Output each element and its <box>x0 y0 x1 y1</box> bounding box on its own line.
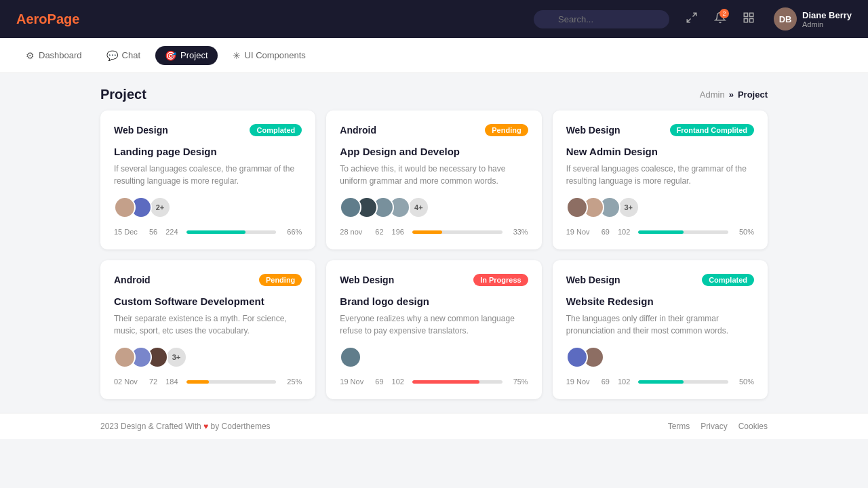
card-stat2: 196 <box>392 228 404 236</box>
card-desc: Their separate existence is a myth. For … <box>114 312 302 337</box>
avatar-more: 3+ <box>165 346 187 368</box>
card-stat1: 72 <box>149 378 157 386</box>
privacy-link[interactable]: Privacy <box>701 422 727 431</box>
avatar-0 <box>114 346 136 368</box>
card-desc: Everyone realizes why a new common langu… <box>340 312 528 337</box>
card-date: 28 nov <box>340 228 367 236</box>
card-footer: 19 Nov 69 102 50% <box>566 228 754 236</box>
card-stat1: 62 <box>375 228 383 236</box>
card-footer: 28 nov 62 196 33% <box>340 228 528 236</box>
avatar-0 <box>340 346 361 368</box>
search-input[interactable] <box>534 10 669 28</box>
card-stat1: 69 <box>601 228 610 236</box>
breadcrumb-admin: Admin <box>700 89 725 100</box>
project-card-1: Android Pending App Design and Develop T… <box>326 110 541 249</box>
card-title: App Design and Develop <box>340 146 528 157</box>
breadcrumb-current: Project <box>738 89 768 100</box>
avatars: 3+ <box>114 346 302 368</box>
svg-line-3 <box>687 18 690 22</box>
status-badge: Frontand Complited <box>670 124 755 136</box>
card-stat2: 184 <box>165 378 178 386</box>
progress-wrap: 50% <box>638 228 754 236</box>
search-wrap <box>534 10 669 28</box>
avatar-more: 3+ <box>618 197 639 218</box>
notification-badge: 2 <box>719 9 729 18</box>
grid-icon[interactable] <box>743 12 755 27</box>
progress-percent: 66% <box>281 228 302 236</box>
progress-bar-bg <box>638 380 728 384</box>
progress-percent: 75% <box>508 378 528 386</box>
svg-rect-6 <box>744 18 747 22</box>
progress-bar-bg <box>186 230 277 234</box>
progress-bar-fill <box>638 230 683 234</box>
card-desc: To achieve this, it would be necessary t… <box>340 163 528 187</box>
card-footer: 19 Nov 69 102 50% <box>566 378 754 386</box>
breadcrumb-bar: Project Admin » Project <box>0 73 868 110</box>
card-desc: The languages only differ in their gramm… <box>566 312 754 337</box>
avatar-0 <box>566 346 588 368</box>
card-header: Android Pending <box>340 124 528 136</box>
fullscreen-icon[interactable] <box>686 12 698 27</box>
logo-aero: Aero <box>16 12 47 26</box>
card-footer: 19 Nov 69 102 75% <box>340 378 528 386</box>
nav-item-dashboard[interactable]: ⚙ Dashboard <box>16 46 92 65</box>
card-category: Web Design <box>566 125 620 136</box>
card-category: Android <box>114 274 151 285</box>
progress-bar-bg <box>186 380 277 384</box>
breadcrumb: Admin » Project <box>700 89 768 100</box>
chat-icon: 💬 <box>106 50 118 61</box>
card-category: Web Design <box>340 274 394 285</box>
user-menu[interactable]: DB Diane Berry Admin <box>774 7 852 30</box>
project-icon: 🎯 <box>165 50 176 61</box>
main-nav: ⚙ Dashboard 💬 Chat 🎯 Project ✳ UI Compon… <box>0 38 868 73</box>
card-category: Web Design <box>114 125 168 136</box>
cookies-link[interactable]: Cookies <box>738 422 768 431</box>
card-footer: 15 Dec 56 224 66% <box>114 228 302 236</box>
progress-bar-fill <box>638 380 683 384</box>
card-title: Website Redesign <box>566 296 754 307</box>
progress-percent: 25% <box>281 378 302 386</box>
card-stat2: 102 <box>392 378 404 386</box>
avatar-0 <box>566 197 588 218</box>
project-card-5: Web Design Complated Website Redesign Th… <box>553 260 768 399</box>
card-stat1: 69 <box>375 378 383 386</box>
dashboard-icon: ⚙ <box>26 50 35 61</box>
heart-icon: ♥ <box>203 422 208 431</box>
logo: AeroPage <box>16 12 79 27</box>
nav-label-dashboard: Dashboard <box>39 50 82 60</box>
nav-item-chat[interactable]: 💬 Chat <box>97 46 150 65</box>
cards-grid: Web Design Complated Landing page Design… <box>0 110 868 413</box>
progress-wrap: 25% <box>186 378 302 386</box>
card-category: Android <box>340 125 376 136</box>
card-footer: 02 Nov 72 184 25% <box>114 378 302 386</box>
user-info: Diane Berry Admin <box>802 10 852 28</box>
progress-wrap: 50% <box>638 378 754 386</box>
breadcrumb-chevron: » <box>729 89 734 100</box>
avatar-more: 4+ <box>408 197 429 218</box>
ui-icon: ✳ <box>233 50 241 61</box>
avatars: 4+ <box>340 197 528 218</box>
notification-icon[interactable]: 2 <box>714 12 726 27</box>
progress-bar-bg <box>412 380 502 384</box>
svg-rect-4 <box>744 13 747 16</box>
nav-item-ui-components[interactable]: ✳ UI Components <box>223 46 315 65</box>
card-title: New Admin Design <box>566 146 754 157</box>
project-card-3: Android Pending Custom Software Developm… <box>100 260 315 399</box>
logo-page: Page <box>47 12 80 26</box>
progress-percent: 50% <box>734 228 754 236</box>
nav-item-project[interactable]: 🎯 Project <box>155 46 217 65</box>
status-badge: Complated <box>702 274 754 286</box>
card-header: Web Design Complated <box>566 274 754 286</box>
progress-wrap: 33% <box>412 228 528 236</box>
card-stat2: 102 <box>618 378 630 386</box>
terms-link[interactable]: Terms <box>668 422 690 431</box>
footer-copy: 2023 Design & Crafted With ♥ by Coderthe… <box>100 422 271 431</box>
progress-wrap: 66% <box>186 228 302 236</box>
progress-bar-fill <box>412 380 480 384</box>
card-stat1: 69 <box>601 378 610 386</box>
card-header: Web Design Frontand Complited <box>566 124 754 136</box>
nav-label-chat: Chat <box>122 50 140 60</box>
user-name: Diane Berry <box>802 10 852 20</box>
progress-percent: 50% <box>734 378 754 386</box>
card-stat2: 224 <box>165 228 178 236</box>
